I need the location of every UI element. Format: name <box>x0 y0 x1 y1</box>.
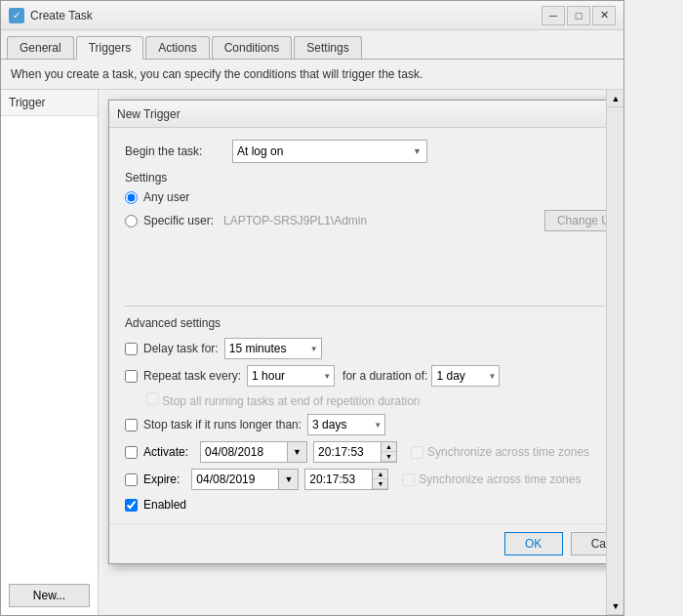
tab-actions[interactable]: Actions <box>145 36 209 59</box>
delay-select[interactable]: 15 minutes 30 minutes 1 hour <box>224 338 322 359</box>
activate-date-wrapper: ▼ <box>200 441 307 463</box>
stop-duration-wrapper: 3 days 1 day 1 hour <box>307 414 385 435</box>
scroll-down-arrow[interactable]: ▼ <box>607 597 623 615</box>
specific-user-radio[interactable] <box>125 215 138 227</box>
begin-task-row: Begin the task: At log on On a schedule … <box>125 140 623 163</box>
maximize-button[interactable]: □ <box>567 6 590 25</box>
delay-task-checkbox[interactable] <box>125 343 138 355</box>
enabled-row: Enabled <box>125 498 623 512</box>
any-user-label[interactable]: Any user <box>143 190 189 204</box>
any-user-radio[interactable] <box>125 191 138 204</box>
modal-footer: OK Cancel <box>109 523 623 563</box>
delay-select-wrapper: 15 minutes 30 minutes 1 hour <box>224 338 322 359</box>
outer-titlebar: ✓ Create Task ─ □ ✕ <box>1 1 623 30</box>
specific-user-label[interactable]: Specific user: <box>143 214 214 227</box>
delay-task-row: Delay task for: 15 minutes 30 minutes 1 … <box>125 338 623 359</box>
stop-all-checkbox[interactable] <box>146 392 159 405</box>
modal-title: New Trigger <box>117 107 623 121</box>
modal-body: Begin the task: At log on On a schedule … <box>109 128 623 523</box>
repeat-task-checkbox[interactable] <box>125 370 138 383</box>
tabs-bar: General Triggers Actions Conditions Sett… <box>1 30 623 60</box>
expire-sync-checkbox[interactable] <box>402 473 415 486</box>
minimize-button[interactable]: ─ <box>542 6 565 25</box>
right-area: New Trigger ✕ Begin the task: At log on … <box>99 90 623 615</box>
trigger-panel-header: Trigger <box>1 90 98 116</box>
settings-label: Settings <box>125 171 623 185</box>
close-button[interactable]: ✕ <box>592 6 616 25</box>
outer-window: ✓ Create Task ─ □ ✕ General Triggers Act… <box>0 0 624 616</box>
begin-task-label: Begin the task: <box>125 144 232 158</box>
duration-select[interactable]: 1 day 1 hour Indefinitely <box>431 365 500 387</box>
enabled-checkbox[interactable] <box>125 499 138 512</box>
info-text: When you create a task, you can specify … <box>11 67 422 81</box>
activate-time-down[interactable]: ▼ <box>382 452 396 462</box>
specific-user-row: Specific user: LAPTOP-SRSJ9PL1\Admin Cha… <box>125 210 623 231</box>
separator <box>125 306 623 307</box>
repeat-select[interactable]: 1 hour 30 minutes 2 hours <box>247 365 335 387</box>
expire-date-input[interactable] <box>191 469 279 490</box>
repeat-task-label[interactable]: Repeat task every: <box>143 369 241 383</box>
for-duration-label: for a duration of: <box>342 369 427 383</box>
activate-row: Activate: ▼ ▲ ▼ <box>125 441 623 463</box>
scroll-arrows: ▲ ▼ <box>606 90 623 615</box>
enabled-label[interactable]: Enabled <box>143 498 186 512</box>
expire-sync-row: Synchronize across time zones <box>402 472 581 486</box>
activate-time-wrapper: ▲ ▼ <box>313 441 397 463</box>
expire-time-up[interactable]: ▲ <box>373 470 387 479</box>
modal-titlebar: New Trigger ✕ <box>109 101 623 128</box>
stop-task-label[interactable]: Stop task if it runs longer than: <box>143 418 301 431</box>
begin-task-select-wrapper: At log on On a schedule At startup <box>232 140 427 163</box>
expire-time-input[interactable] <box>304 469 373 490</box>
stop-duration-select[interactable]: 3 days 1 day 1 hour <box>307 414 385 435</box>
stop-all-text: Stop all running tasks at end of repetit… <box>146 392 623 408</box>
repeat-task-row: Repeat task every: 1 hour 30 minutes 2 h… <box>125 365 623 387</box>
expire-time-down[interactable]: ▼ <box>373 479 387 489</box>
tab-general[interactable]: General <box>7 36 74 59</box>
user-display: LAPTOP-SRSJ9PL1\Admin <box>223 214 544 227</box>
modal-overlay: New Trigger ✕ Begin the task: At log on … <box>99 90 623 615</box>
expire-date-wrapper: ▼ <box>191 469 299 490</box>
duration-select-wrapper: 1 day 1 hour Indefinitely <box>431 365 500 387</box>
trigger-panel: Trigger New... <box>1 90 99 615</box>
delay-task-label[interactable]: Delay task for: <box>143 342 219 355</box>
activate-time-spinner[interactable]: ▲ ▼ <box>382 441 397 463</box>
main-content: Trigger New... New Trigger ✕ <box>1 90 623 615</box>
activate-sync-row: Synchronize across time zones <box>411 445 589 459</box>
activate-checkbox[interactable] <box>125 446 138 459</box>
activate-sync-checkbox[interactable] <box>411 446 423 459</box>
activate-label[interactable]: Activate: <box>143 445 188 459</box>
window-title: Create Task <box>30 9 542 22</box>
stop-task-row: Stop task if it runs longer than: 3 days… <box>125 414 623 435</box>
repeat-select-wrapper: 1 hour 30 minutes 2 hours <box>247 365 335 387</box>
expire-row: Expire: ▼ ▲ ▼ <box>125 469 623 490</box>
expire-time-wrapper: ▲ ▼ <box>304 469 388 490</box>
expire-time-spinner[interactable]: ▲ ▼ <box>373 469 388 490</box>
activate-date-btn[interactable]: ▼ <box>288 441 307 463</box>
activate-time-input[interactable] <box>313 441 382 463</box>
new-trigger-button[interactable]: New... <box>9 584 90 607</box>
info-bar: When you create a task, you can specify … <box>1 60 623 90</box>
activate-date-input[interactable] <box>200 441 288 463</box>
expire-label[interactable]: Expire: <box>143 472 180 486</box>
scroll-up-arrow[interactable]: ▲ <box>607 90 623 107</box>
ok-button[interactable]: OK <box>504 532 563 555</box>
window-icon: ✓ <box>9 8 24 23</box>
tab-conditions[interactable]: Conditions <box>212 36 293 59</box>
tab-triggers[interactable]: Triggers <box>76 36 144 60</box>
trigger-list <box>1 116 98 576</box>
stop-task-checkbox[interactable] <box>125 419 138 431</box>
any-user-row: Any user <box>125 190 623 204</box>
begin-task-select[interactable]: At log on On a schedule At startup <box>232 140 427 163</box>
new-trigger-dialog: New Trigger ✕ Begin the task: At log on … <box>108 100 623 564</box>
expire-date-btn[interactable]: ▼ <box>279 469 299 490</box>
expire-checkbox[interactable] <box>125 473 138 486</box>
titlebar-controls: ─ □ ✕ <box>542 6 616 25</box>
tab-settings[interactable]: Settings <box>294 36 361 59</box>
advanced-settings-label: Advanced settings <box>125 316 623 330</box>
activate-time-up[interactable]: ▲ <box>382 442 396 452</box>
